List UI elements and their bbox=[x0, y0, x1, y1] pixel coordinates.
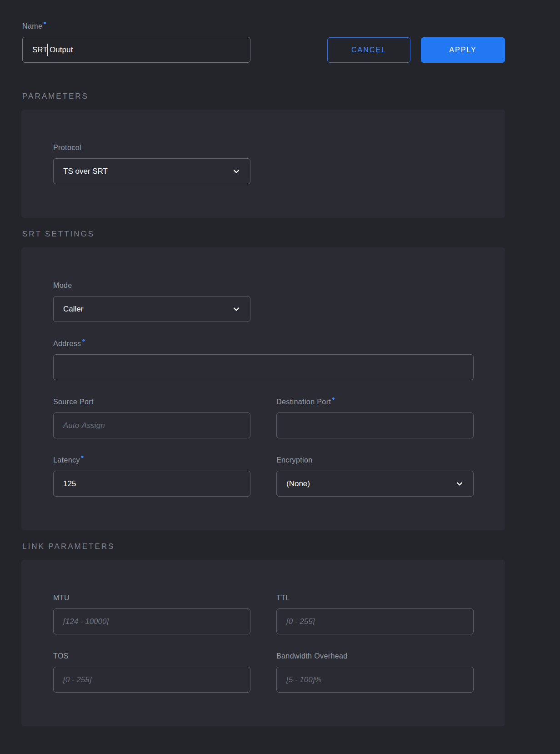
name-label: Name• bbox=[22, 22, 250, 31]
destination-port-label-text: Destination Port bbox=[276, 398, 331, 406]
cancel-button[interactable]: CANCEL bbox=[327, 37, 410, 63]
protocol-label: Protocol bbox=[53, 143, 250, 152]
ttl-label: TTL bbox=[276, 593, 474, 603]
chevron-down-icon bbox=[232, 305, 240, 313]
srt-settings-panel: Mode Caller Address• Source Port bbox=[21, 247, 505, 530]
latency-encryption-row: Latency• Encryption (None) bbox=[53, 456, 474, 497]
encryption-selected-value: (None) bbox=[286, 479, 310, 488]
link-parameters-panel: MTU TTL TOS Bandwidth Overhead bbox=[21, 560, 505, 726]
encryption-select[interactable]: (None) bbox=[276, 471, 474, 497]
mtu-label: MTU bbox=[53, 593, 250, 603]
apply-button[interactable]: APPLY bbox=[421, 37, 505, 63]
mode-label: Mode bbox=[53, 281, 250, 290]
address-field-group: Address• bbox=[53, 339, 474, 380]
name-field-group: Name• bbox=[22, 22, 250, 63]
ttl-input[interactable] bbox=[276, 608, 474, 634]
name-input-wrap bbox=[22, 37, 250, 63]
protocol-selected-value: TS over SRT bbox=[63, 167, 108, 176]
form-header-row: Name• CANCEL APPLY bbox=[22, 0, 505, 63]
chevron-down-icon bbox=[455, 480, 464, 488]
parameters-panel: Protocol TS over SRT bbox=[21, 110, 505, 218]
address-row: Address• bbox=[53, 339, 474, 380]
required-dot: • bbox=[43, 18, 46, 28]
mode-select[interactable]: Caller bbox=[53, 296, 250, 322]
source-port-label: Source Port bbox=[53, 397, 250, 407]
mode-field-group: Mode Caller bbox=[53, 281, 250, 322]
link-parameters-section-title: LINK PARAMETERS bbox=[22, 542, 505, 551]
latency-input[interactable] bbox=[53, 471, 250, 497]
tos-input[interactable] bbox=[53, 667, 250, 693]
form-actions: CANCEL APPLY bbox=[327, 37, 505, 63]
bandwidth-overhead-label: Bandwidth Overhead bbox=[276, 652, 474, 661]
mode-row: Mode Caller bbox=[53, 281, 474, 322]
destination-port-field-group: Destination Port• bbox=[276, 397, 474, 438]
tos-field-group: TOS bbox=[53, 652, 250, 693]
encryption-label: Encryption bbox=[276, 456, 474, 465]
tos-bandwidth-row: TOS Bandwidth Overhead bbox=[53, 652, 474, 693]
ports-row: Source Port Destination Port• bbox=[53, 397, 474, 438]
name-label-text: Name bbox=[22, 22, 42, 30]
srt-settings-section-title: SRT SETTINGS bbox=[22, 230, 505, 239]
protocol-field-group: Protocol TS over SRT bbox=[53, 143, 250, 184]
required-dot: • bbox=[82, 336, 85, 345]
encryption-field-group: Encryption (None) bbox=[276, 456, 474, 497]
destination-port-input[interactable] bbox=[276, 412, 474, 438]
address-input[interactable] bbox=[53, 354, 474, 380]
address-label: Address• bbox=[53, 339, 474, 348]
parameters-section-title: PARAMETERS bbox=[22, 92, 505, 101]
destination-port-label: Destination Port• bbox=[276, 397, 474, 407]
required-dot: • bbox=[332, 394, 335, 403]
bandwidth-overhead-input[interactable] bbox=[276, 667, 474, 693]
source-port-input[interactable] bbox=[53, 412, 250, 438]
address-label-text: Address bbox=[53, 340, 81, 347]
source-port-field-group: Source Port bbox=[53, 397, 250, 438]
protocol-row: Protocol TS over SRT bbox=[53, 143, 474, 184]
chevron-down-icon bbox=[232, 167, 240, 176]
latency-label-text: Latency bbox=[53, 456, 80, 464]
bandwidth-overhead-field-group: Bandwidth Overhead bbox=[276, 652, 474, 693]
tos-label: TOS bbox=[53, 652, 250, 661]
mtu-input[interactable] bbox=[53, 608, 250, 634]
mode-selected-value: Caller bbox=[63, 305, 83, 314]
mtu-ttl-row: MTU TTL bbox=[53, 593, 474, 634]
latency-label: Latency• bbox=[53, 456, 250, 465]
text-cursor bbox=[47, 44, 48, 56]
protocol-select[interactable]: TS over SRT bbox=[53, 158, 250, 184]
name-input[interactable] bbox=[22, 37, 250, 63]
mtu-field-group: MTU bbox=[53, 593, 250, 634]
output-settings-form: Name• CANCEL APPLY PARAMETERS Protocol T… bbox=[22, 0, 505, 726]
ttl-field-group: TTL bbox=[276, 593, 474, 634]
latency-field-group: Latency• bbox=[53, 456, 250, 497]
required-dot: • bbox=[81, 452, 84, 462]
